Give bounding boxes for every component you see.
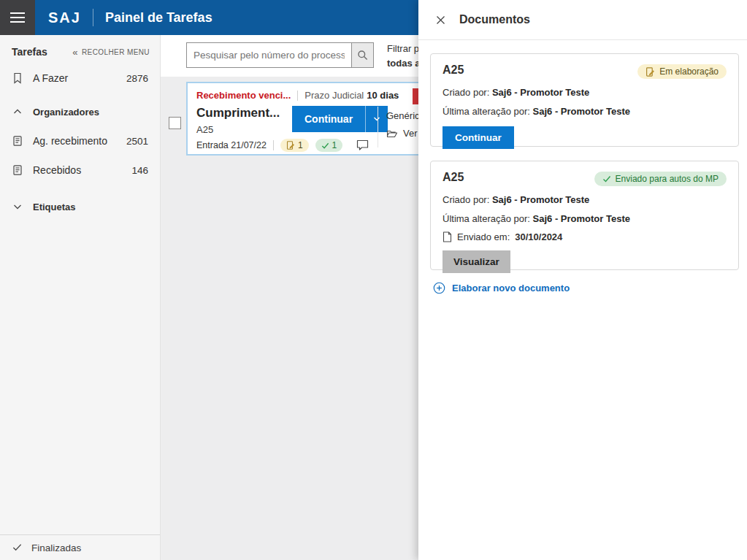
panel-title: Documentos <box>459 13 530 26</box>
search-icon <box>357 50 369 61</box>
sidebar-header-row: Tarefas « RECOLHER MENU <box>0 35 160 64</box>
created-by-line: Criado por: Saj6 - Promotor Teste <box>443 87 727 98</box>
pending-docs-badge[interactable]: 1 <box>280 139 309 152</box>
divider <box>378 107 378 147</box>
deadline-label: Prazo Judicial10 dias <box>304 90 399 101</box>
updated-by-value: Saj6 - Promotor Teste <box>533 213 630 224</box>
deadline-value: 10 dias <box>367 90 399 101</box>
sidebar-item-count: 146 <box>131 165 148 176</box>
task-checkbox[interactable] <box>169 117 181 129</box>
documents-panel: Documentos A25 Em elaboração Criado por:… <box>418 0 747 560</box>
document-card: A25 Em elaboração Criado por: Saj6 - Pro… <box>430 53 739 147</box>
created-by-value: Saj6 - Promotor Teste <box>492 194 589 205</box>
document-card: A25 Enviado para autos do MP Criado por:… <box>430 161 739 270</box>
document-sent-icon <box>443 231 452 242</box>
sidebar-item-label: Ag. recebimento <box>33 135 117 147</box>
task-alert-label: Recebimento venci... <box>196 90 291 101</box>
updated-by-line: Última alteração por: Saj6 - Promotor Te… <box>443 213 727 224</box>
divider <box>297 91 298 101</box>
sidebar-section-label: Etiquetas <box>33 202 148 212</box>
sidebar-item-label: Finalizadas <box>31 542 81 553</box>
view-document-button[interactable]: Visualizar <box>443 250 510 273</box>
sent-date-value: 30/10/2024 <box>515 231 562 242</box>
document-edit-icon <box>286 141 295 150</box>
status-label: Enviado para autos do MP <box>616 174 719 184</box>
search-button[interactable] <box>351 42 374 68</box>
search-input[interactable] <box>186 42 351 68</box>
sidebar-title: Tarefas <box>12 46 47 58</box>
created-by-value: Saj6 - Promotor Teste <box>492 87 589 98</box>
app-window: SAJ Painel de Tarefas Tarefas « RECOLHER… <box>0 0 747 560</box>
task-list-area: Filtrar po todas as Recebimento venci...… <box>161 35 418 560</box>
new-document-link[interactable]: Elaborar novo documento <box>433 282 570 294</box>
double-chevron-left-icon: « <box>72 47 78 57</box>
check-icon <box>602 174 611 183</box>
folder-open-icon <box>386 129 398 139</box>
hamburger-menu-button[interactable] <box>0 0 35 35</box>
continue-dropdown-button[interactable] <box>365 106 388 132</box>
status-badge: Em elaboração <box>637 64 727 79</box>
document-icon <box>12 135 23 147</box>
search-box <box>186 42 374 68</box>
app-logo: SAJ <box>48 9 81 26</box>
document-icon <box>12 164 23 176</box>
documents-panel-header: Documentos <box>418 0 747 40</box>
sidebar-section-organizadores[interactable]: Organizadores <box>0 97 160 126</box>
sidebar-item-count: 2501 <box>126 136 148 147</box>
sent-date-line: Enviado em: 30/10/2024 <box>443 231 727 242</box>
sidebar-item-recebidos[interactable]: Recebidos 146 <box>0 156 160 185</box>
updated-by-value: Saj6 - Promotor Teste <box>533 106 630 117</box>
entry-date: Entrada 21/07/22 <box>196 140 267 150</box>
sidebar-item-finalizadas[interactable]: Finalizadas <box>0 534 160 560</box>
task-card-header-row: Recebimento venci... Prazo Judicial10 di… <box>196 90 399 101</box>
comment-icon[interactable] <box>356 139 369 150</box>
close-panel-button[interactable] <box>432 12 449 28</box>
check-icon <box>12 542 23 553</box>
bookmark-icon <box>12 72 23 84</box>
task-card-footer-row: Entrada 21/07/22 1 1 <box>196 139 342 152</box>
sidebar-section-etiquetas[interactable]: Etiquetas <box>0 192 160 221</box>
continue-document-button[interactable]: Continuar <box>443 126 514 149</box>
task-title: Cumpriment... <box>196 106 280 120</box>
document-title: A25 <box>443 64 464 77</box>
continue-button[interactable]: Continuar <box>292 106 365 132</box>
chevron-down-icon <box>12 201 23 212</box>
sidebar-item-label: Recebidos <box>33 164 122 176</box>
status-badge: Enviado para autos do MP <box>594 172 727 186</box>
sidebar-item-ag-recebimento[interactable]: Ag. recebimento 2501 <box>0 126 160 156</box>
document-title: A25 <box>443 171 464 184</box>
sidebar-item-label: A Fazer <box>33 72 117 84</box>
plus-circle-icon <box>433 282 445 294</box>
document-card-header: A25 Enviado para autos do MP <box>443 171 727 186</box>
brand-divider <box>93 9 93 26</box>
close-icon <box>435 15 446 26</box>
created-by-line: Criado por: Saj6 - Promotor Teste <box>443 194 727 205</box>
status-label: Em elaboração <box>659 66 719 77</box>
document-card-header: A25 Em elaboração <box>443 64 727 79</box>
sidebar: Tarefas « RECOLHER MENU A Fazer 2876 Org… <box>0 35 161 560</box>
sidebar-section-label: Organizadores <box>33 107 148 118</box>
updated-by-line: Última alteração por: Saj6 - Promotor Te… <box>443 106 727 117</box>
divider <box>273 140 274 150</box>
new-document-label: Elaborar novo documento <box>452 283 570 294</box>
sidebar-item-a-fazer[interactable]: A Fazer 2876 <box>0 64 160 93</box>
continue-split-button: Continuar <box>292 106 388 132</box>
hamburger-icon <box>10 12 25 14</box>
search-strip: Filtrar po todas as <box>161 35 418 77</box>
collapse-menu-button[interactable]: « RECOLHER MENU <box>72 47 150 57</box>
sidebar-item-count: 2876 <box>126 73 148 84</box>
brand-bar: SAJ Painel de Tarefas <box>35 0 212 35</box>
page-title: Painel de Tarefas <box>105 10 212 26</box>
document-edit-icon <box>646 67 655 77</box>
collapse-menu-label: RECOLHER MENU <box>82 48 150 56</box>
chevron-up-icon <box>12 106 23 118</box>
task-subtitle: A25 <box>196 124 213 135</box>
done-docs-badge[interactable]: 1 <box>315 139 343 152</box>
check-icon <box>321 142 329 150</box>
